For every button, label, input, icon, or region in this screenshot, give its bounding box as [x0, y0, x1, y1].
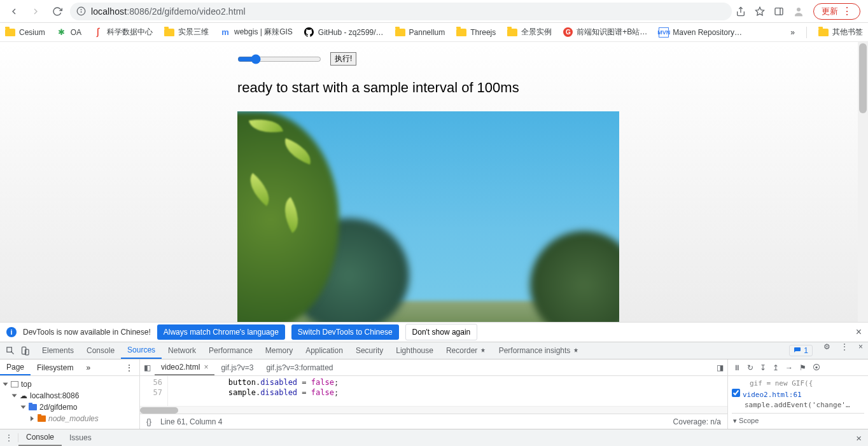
file-tab-gifjs-fmt[interactable]: gif.js?v=3:formatted [260, 359, 339, 375]
tree-node-modules[interactable]: node_modules [4, 413, 139, 424]
svg-marker-4 [755, 7, 764, 15]
lang-message: DevTools is now available in Chinese! [23, 328, 151, 337]
nav-menu-icon[interactable]: ⋮ [119, 359, 139, 375]
bookmark-other[interactable]: 其他书签 [818, 27, 863, 38]
address-bar[interactable]: localhost:8086/2d/gifdemo/video2.html [70, 3, 732, 20]
source-editor: ◧ video2.html× gif.js?v=3 gif.js?v=3:for… [140, 359, 728, 429]
breakpoint-line: sample.addEvent('change'… [732, 400, 864, 410]
tab-recorder[interactable]: Recorder [440, 342, 493, 359]
inspect-icon[interactable] [6, 346, 15, 356]
step-out-icon[interactable]: ↥ [773, 363, 779, 372]
toolbar-right: 更新⋮ [736, 3, 863, 20]
bookmark-sci[interactable]: ʃ科学数据中心 [93, 27, 153, 38]
tree-dir[interactable]: 2d/gifdemo [4, 401, 139, 413]
switch-lang-button[interactable]: Switch DevTools to Chinese [291, 324, 399, 340]
dont-show-button[interactable]: Don't show again [405, 324, 478, 340]
editor-hscroll[interactable] [140, 406, 727, 414]
drawer-close-icon[interactable]: × [850, 433, 868, 443]
bookmark-fe[interactable]: G前端知识图谱+B站… [563, 27, 647, 38]
bookmark-threejs[interactable]: Threejs [456, 27, 496, 38]
nav-tab-page[interactable]: Page [0, 359, 31, 375]
tab-lighthouse[interactable]: Lighthouse [389, 342, 440, 359]
tab-elements[interactable]: Elements [36, 342, 80, 359]
update-button[interactable]: 更新⋮ [813, 3, 860, 20]
bookmark-pannellum[interactable]: Pannellum [395, 27, 445, 38]
devtools-tabs: Elements Console Sources Network Perform… [0, 342, 868, 359]
device-icon[interactable] [20, 346, 30, 356]
code-text[interactable]: button.disabled = false; sample.disabled… [168, 376, 339, 406]
sidepanel-icon[interactable] [774, 6, 784, 17]
tab-performance[interactable]: Performance [202, 342, 259, 359]
scope-header[interactable]: ▾ Scope [732, 413, 864, 426]
svg-point-7 [797, 8, 801, 11]
status-text: ready to start with a sample interval of… [237, 80, 868, 96]
page-scrollbar[interactable] [858, 42, 868, 322]
page-content: 执行! ready to start with a sample interva… [0, 42, 868, 322]
devtools-body: Page Filesystem » ⋮ top ☁localhost:8086 … [0, 359, 868, 429]
devtools-close-icon[interactable]: × [853, 342, 868, 359]
step-into-icon[interactable]: ↧ [760, 363, 766, 372]
settings-icon[interactable]: ⚙ [818, 342, 836, 359]
lang-close-icon[interactable]: × [856, 326, 862, 338]
issues-badge[interactable]: 1 [789, 345, 813, 356]
devtools-lang-bar: i DevTools is now available in Chinese! … [0, 322, 868, 342]
file-tab-gifjs[interactable]: gif.js?v=3 [214, 359, 260, 375]
bookmark-3d[interactable]: 实景三维 [164, 27, 209, 38]
tab-security[interactable]: Security [349, 342, 389, 359]
bookmark-pano[interactable]: 全景实例 [507, 27, 552, 38]
step-over-icon[interactable]: ↻ [747, 363, 753, 372]
bookmarks-bar: Cesium ✱OA ʃ科学数据中心 实景三维 mwebgis | 麻辣GIS … [0, 23, 868, 42]
sources-navigator: Page Filesystem » ⋮ top ☁localhost:8086 … [0, 359, 140, 429]
tree-host[interactable]: ☁localhost:8086 [4, 390, 139, 401]
line-gutter: 5657 [140, 376, 168, 406]
bookmark-maven[interactable]: MVNMaven Repository… [659, 27, 742, 38]
file-tab-video2[interactable]: video2.html× [155, 359, 214, 375]
step-icon[interactable]: → [785, 363, 793, 372]
debugger-panel: ⏸ ↻ ↧ ↥ → ⚑ ⦿ gif = new GIF({ video2.htm… [728, 359, 868, 429]
debugger-controls: ⏸ ↻ ↧ ↥ → ⚑ ⦿ [728, 359, 868, 376]
tree-top[interactable]: top [4, 379, 139, 390]
bookmark-webgis[interactable]: mwebgis | 麻辣GIS [220, 27, 293, 38]
devtools-menu-icon[interactable]: ⋮ [836, 342, 853, 359]
back-button[interactable] [5, 3, 23, 20]
bookmark-github[interactable]: GitHub - zq2599/… [304, 27, 384, 38]
watch-snippet: gif = new GIF({ [732, 379, 864, 389]
deactivate-bp-icon[interactable]: ⚑ [799, 363, 806, 372]
tab-sources[interactable]: Sources [121, 342, 162, 359]
bookmark-oa[interactable]: ✱OA [57, 27, 81, 38]
breakpoint-row[interactable]: video2.html:61 [732, 389, 864, 400]
console-drawer: ⋮ Console Issues × [0, 429, 868, 446]
pause-icon[interactable]: ⏸ [733, 363, 741, 372]
tab-network[interactable]: Network [162, 342, 202, 359]
always-match-button[interactable]: Always match Chrome's language [157, 324, 285, 340]
file-nav-icon[interactable]: ◧ [140, 359, 155, 375]
file-tree: top ☁localhost:8086 2d/gifdemo node_modu… [0, 376, 139, 429]
share-icon[interactable] [736, 6, 746, 17]
bookmark-cesium[interactable]: Cesium [5, 27, 45, 38]
nav-tab-filesystem[interactable]: Filesystem [31, 359, 80, 375]
interval-slider[interactable] [237, 54, 321, 64]
close-icon[interactable]: × [204, 363, 208, 372]
svg-point-2 [81, 10, 81, 10]
site-info-icon[interactable] [76, 6, 86, 16]
tab-application[interactable]: Application [299, 342, 349, 359]
drawer-menu-icon[interactable]: ⋮ [0, 433, 18, 442]
profile-icon[interactable] [793, 6, 804, 17]
nav-tab-more[interactable]: » [80, 359, 97, 375]
reload-button[interactable] [48, 3, 66, 20]
star-icon[interactable] [755, 6, 765, 17]
editor-status: {} Line 61, Column 4 Coverage: n/a [140, 414, 727, 429]
bookmarks-overflow[interactable]: » [790, 28, 795, 37]
browser-toolbar: localhost:8086/2d/gifdemo/video2.html 更新… [0, 0, 868, 23]
drawer-tab-issues[interactable]: Issues [62, 429, 99, 446]
url-text: localhost:8086/2d/gifdemo/video2.html [91, 6, 246, 17]
tab-console[interactable]: Console [80, 342, 121, 359]
forward-button[interactable] [27, 3, 45, 20]
tab-perf-insights[interactable]: Performance insights [493, 342, 585, 359]
tab-memory[interactable]: Memory [259, 342, 299, 359]
pause-exc-icon[interactable]: ⦿ [813, 363, 820, 372]
drawer-tab-console[interactable]: Console [18, 429, 62, 446]
execute-button[interactable]: 执行! [330, 52, 356, 66]
svg-rect-5 [775, 8, 783, 15]
toggle-sidebar-icon[interactable]: ◨ [713, 359, 727, 375]
